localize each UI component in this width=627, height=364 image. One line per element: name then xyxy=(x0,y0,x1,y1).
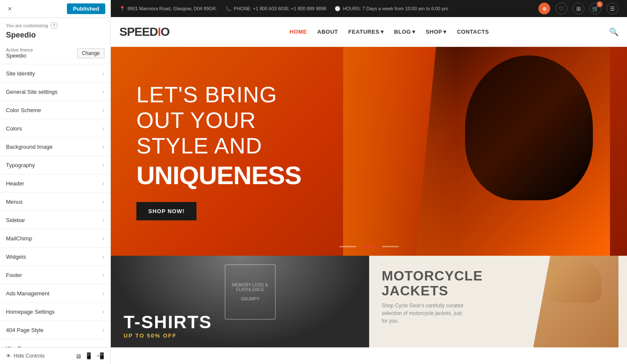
menu-item-label: Header xyxy=(6,180,24,187)
menu-item-footer[interactable]: Footer › xyxy=(0,266,110,284)
clock-icon: 🕐 xyxy=(335,6,341,12)
chevron-right-icon: › xyxy=(102,290,104,297)
hero-text-line1: LET'S BRING xyxy=(136,82,601,108)
hide-controls-label: Hide Controls xyxy=(14,353,45,359)
hours-info: 🕐 HOURS: 7 Days a week from 10:00 am to … xyxy=(335,6,448,12)
menu-toggle-icon[interactable]: ☰ xyxy=(607,3,618,14)
chevron-right-icon: › xyxy=(102,253,104,260)
cart-badge: 5 xyxy=(597,1,603,7)
phone-text: PHONE: +1 800 603 6035; +1 800 889 9898 xyxy=(234,6,326,11)
chevron-right-icon: › xyxy=(102,308,104,315)
nav-item-shop[interactable]: SHOP ▾ xyxy=(426,29,447,35)
menu-item-widgets[interactable]: Widgets › xyxy=(0,248,110,266)
menu-item-ads-management[interactable]: Ads Management › xyxy=(0,284,110,303)
nav-item-contacts[interactable]: CONTACTS xyxy=(457,29,489,35)
menu-item-label: Colors xyxy=(6,125,22,132)
site-menu: HOME ABOUT FEATURES ▾ BLOG ▾ SHOP ▾ CONT… xyxy=(289,29,489,35)
menu-item-background-image[interactable]: Background Image › xyxy=(0,138,110,156)
menu-item-colors[interactable]: Colors › xyxy=(0,119,110,138)
tshirt-content: T-SHIRTS UP TO 50% OFF xyxy=(124,312,212,339)
menu-item-sidebar[interactable]: Sidebar › xyxy=(0,211,110,229)
hours-text: HOURS: 7 Days a week from 10:00 am to 6:… xyxy=(343,6,448,11)
slider-dot-3[interactable] xyxy=(382,246,399,247)
dropdown-icon: ▾ xyxy=(381,29,384,35)
address-text: 8901 Marmora Road, Glasgow, D04 89GR. xyxy=(127,6,217,11)
menu-item-woocommerce[interactable]: WooCommerce › xyxy=(0,339,110,347)
help-icon[interactable]: ? xyxy=(51,22,58,29)
menu-item-404-page-style[interactable]: 404 Page Style › xyxy=(0,321,110,339)
chevron-right-icon: › xyxy=(102,217,104,223)
desktop-icon[interactable]: 🖥 xyxy=(75,352,81,360)
bottom-bar: 👁 Hide Controls 🖥 📱 📲 xyxy=(0,347,110,364)
active-theme-section: Active theme Speedio Change xyxy=(0,44,110,64)
chevron-right-icon: › xyxy=(102,272,104,278)
menu-item-menus[interactable]: Menus › xyxy=(0,193,110,211)
menu-item-homepage-settings[interactable]: Homepage Settings › xyxy=(0,303,110,321)
menu-item-label: Color Scheme xyxy=(6,107,41,113)
bottom-sections: MEMORY LOSS &FLATULENCEGRUMPY T-SHIRTS U… xyxy=(111,256,627,347)
customizing-label: You are customizing ? xyxy=(0,18,110,31)
chevron-right-icon: › xyxy=(102,198,104,205)
nav-item-blog[interactable]: BLOG ▾ xyxy=(394,29,416,35)
logo-o: O xyxy=(161,25,170,38)
jacket-description: Shop Cycle Gear's carefully curated sele… xyxy=(382,302,467,325)
phone-icon: 📞 xyxy=(225,6,231,12)
slider-dot-1[interactable] xyxy=(339,246,356,247)
menu-item-label: General Site settings xyxy=(6,89,58,95)
slider-dot-2[interactable] xyxy=(361,246,378,247)
menu-item-site-identity[interactable]: Site Identity › xyxy=(0,64,110,83)
close-button[interactable]: × xyxy=(5,4,14,14)
hero-section: LET'S BRING OUT YOUR STYLE AND UNIQUENES… xyxy=(111,47,627,256)
hero-text-line2: OUT YOUR xyxy=(136,108,601,133)
tshirt-logo: MEMORY LOSS &FLATULENCEGRUMPY xyxy=(225,264,276,320)
top-bar-left: 📍 8901 Marmora Road, Glasgow, D04 89GR. … xyxy=(119,6,448,12)
cart-icon[interactable]: 🛒 5 xyxy=(589,3,601,14)
tshirt-title: T-SHIRTS xyxy=(124,312,212,332)
compass-icon[interactable]: ⊕ xyxy=(538,3,550,14)
nav-item-home[interactable]: HOME xyxy=(289,29,307,35)
chevron-right-icon: › xyxy=(102,88,104,95)
published-button[interactable]: Published xyxy=(67,3,105,14)
active-theme-label: Active theme xyxy=(6,47,33,52)
wishlist-icon[interactable]: ♡ xyxy=(555,3,567,14)
customizing-text: You are customizing xyxy=(6,23,48,28)
menu-item-label: Ads Management xyxy=(6,290,49,297)
eye-icon: 👁 xyxy=(6,353,11,359)
mobile-icon[interactable]: 📲 xyxy=(96,352,104,360)
site-logo[interactable]: SPEEDIO xyxy=(119,25,170,39)
chevron-right-icon: › xyxy=(102,107,104,113)
customizer-panel: × Published You are customizing ? Speedi… xyxy=(0,0,111,364)
tablet-icon[interactable]: 📱 xyxy=(85,352,93,360)
chevron-right-icon: › xyxy=(102,70,104,77)
hide-controls-button[interactable]: 👁 Hide Controls xyxy=(6,353,45,359)
menu-item-color-scheme[interactable]: Color Scheme › xyxy=(0,101,110,119)
chevron-right-icon: › xyxy=(102,162,104,168)
chevron-right-icon: › xyxy=(102,235,104,242)
compare-icon[interactable]: ⊞ xyxy=(572,3,584,14)
nav-item-about[interactable]: ABOUT xyxy=(317,29,338,35)
nav-item-features[interactable]: FEATURES ▾ xyxy=(348,29,384,35)
menu-item-typography[interactable]: Typography › xyxy=(0,156,110,174)
hero-content: LET'S BRING OUT YOUR STYLE AND UNIQUENES… xyxy=(111,65,627,237)
menu-item-label: Menus xyxy=(6,199,23,205)
search-icon[interactable]: 🔍 xyxy=(609,27,618,37)
preview-area: 📍 8901 Marmora Road, Glasgow, D04 89GR. … xyxy=(111,0,627,364)
device-icons: 🖥 📱 📲 xyxy=(75,352,104,360)
menu-item-general-site-settings[interactable]: General Site settings › xyxy=(0,83,110,101)
menu-item-label: Site Identity xyxy=(6,70,35,77)
top-bar-icons: ⊕ ♡ ⊞ 🛒 5 ☰ xyxy=(538,3,618,14)
jacket-hood xyxy=(550,260,601,303)
site-nav: SPEEDIO HOME ABOUT FEATURES ▾ BLOG ▾ SHO… xyxy=(111,17,627,47)
chevron-right-icon: › xyxy=(102,143,104,150)
logo-i: I xyxy=(158,25,161,38)
jacket-title: MOTORCYCLEJACKETS xyxy=(382,269,483,298)
chevron-right-icon: › xyxy=(102,326,104,333)
location-icon: 📍 xyxy=(119,6,125,12)
menu-item-header[interactable]: Header › xyxy=(0,174,110,193)
tshirts-section: MEMORY LOSS &FLATULENCEGRUMPY T-SHIRTS U… xyxy=(111,256,369,347)
menu-item-mailchimp[interactable]: MailChimp › xyxy=(0,229,110,248)
menu-item-label: Typography xyxy=(6,162,35,168)
shop-now-button[interactable]: SHOP NOW! xyxy=(136,202,196,220)
menu-item-label: Sidebar xyxy=(6,217,25,223)
change-theme-button[interactable]: Change xyxy=(77,48,104,58)
